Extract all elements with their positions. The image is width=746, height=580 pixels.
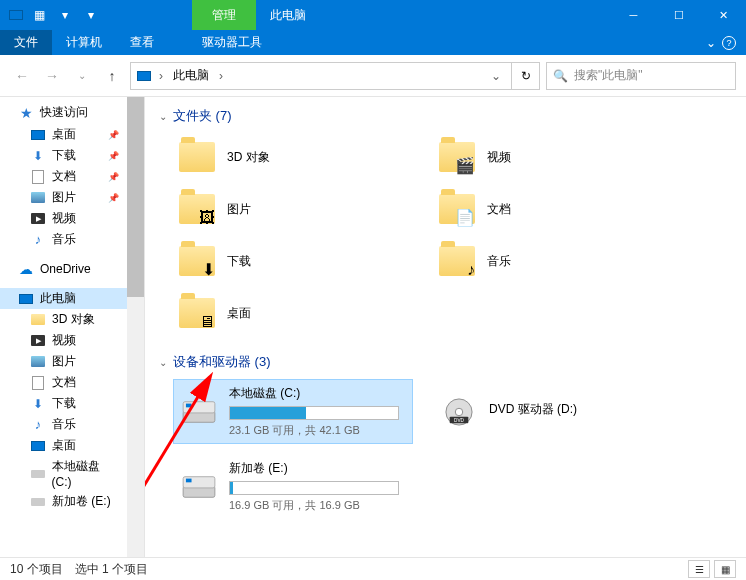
sidebar-this-pc-label: 此电脑 xyxy=(40,290,76,307)
app-icon xyxy=(8,8,24,22)
folder-icon: 🖼 xyxy=(177,189,217,229)
ribbon-tab-view[interactable]: 查看 xyxy=(116,30,168,55)
section-folders[interactable]: ⌄ 文件夹 (7) xyxy=(159,107,732,125)
drive-item[interactable]: 新加卷 (E:)16.9 GB 可用，共 16.9 GB xyxy=(173,454,413,519)
sidebar-item[interactable]: ⬇下载 xyxy=(0,145,127,166)
folder-item[interactable]: 🖥桌面 xyxy=(173,289,413,337)
drive-item[interactable]: 本地磁盘 (C:)23.1 GB 可用，共 42.1 GB xyxy=(173,379,413,444)
status-item-count: 10 个项目 xyxy=(10,561,63,578)
folder-item[interactable]: 3D 对象 xyxy=(173,133,413,181)
drive-usage-bar xyxy=(229,406,399,420)
sidebar-item-label: 图片 xyxy=(52,189,76,206)
sidebar-quick-access[interactable]: ★ 快速访问 xyxy=(0,101,127,124)
ribbon-tab-computer[interactable]: 计算机 xyxy=(52,30,116,55)
sidebar-scroll-thumb[interactable] xyxy=(127,97,144,297)
nav-up-button[interactable]: ↑ xyxy=(100,64,124,88)
sidebar-item[interactable]: ⬇下载 xyxy=(0,393,127,414)
drive-item[interactable]: DVDDVD 驱动器 (D:) xyxy=(433,379,673,444)
sidebar-scrollbar[interactable] xyxy=(127,97,144,557)
folder-label: 视频 xyxy=(487,149,511,166)
folder-icon xyxy=(30,312,46,328)
sidebar-onedrive[interactable]: ☁ OneDrive xyxy=(0,258,127,280)
folder-label: 3D 对象 xyxy=(227,149,270,166)
breadcrumb-this-pc[interactable]: 此电脑 xyxy=(169,67,213,84)
sidebar-item[interactable]: ♪音乐 xyxy=(0,414,127,435)
star-icon: ★ xyxy=(18,105,34,121)
sidebar-item[interactable]: 桌面 xyxy=(0,435,127,456)
refresh-button[interactable]: ↻ xyxy=(512,62,540,90)
drive-usage-bar xyxy=(229,481,399,495)
qat-properties-icon[interactable]: ▦ xyxy=(28,4,50,26)
section-drives[interactable]: ⌄ 设备和驱动器 (3) xyxy=(159,353,732,371)
address-icon xyxy=(135,67,153,85)
folder-item[interactable]: 📄文档 xyxy=(433,185,673,233)
status-selected-count: 选中 1 个项目 xyxy=(75,561,148,578)
context-tab-manage: 管理 xyxy=(192,0,256,30)
svg-text:DVD: DVD xyxy=(454,418,464,423)
sidebar-item[interactable]: 图片 xyxy=(0,351,127,372)
nav-forward-button[interactable]: → xyxy=(40,64,64,88)
folder-label: 文档 xyxy=(487,201,511,218)
sidebar-item[interactable]: 桌面 xyxy=(0,124,127,145)
ribbon-tab-drive-tools[interactable]: 驱动器工具 xyxy=(188,30,276,55)
search-placeholder: 搜索"此电脑" xyxy=(574,67,643,84)
sidebar-item-label: 下载 xyxy=(52,395,76,412)
nav-back-button[interactable]: ← xyxy=(10,64,34,88)
folder-item[interactable]: 🖼图片 xyxy=(173,185,413,233)
sidebar-item[interactable]: 文档 xyxy=(0,372,127,393)
navigation-pane: ★ 快速访问 桌面⬇下载文档图片▶视频♪音乐 ☁ OneDrive 此电脑 3D… xyxy=(0,97,145,557)
svg-rect-9 xyxy=(186,478,192,482)
sidebar-item-label: 音乐 xyxy=(52,231,76,248)
sidebar-item[interactable]: 本地磁盘 (C:) xyxy=(0,456,127,491)
nav-recent-button[interactable]: ⌄ xyxy=(70,64,94,88)
sidebar-item[interactable]: ♪音乐 xyxy=(0,229,127,250)
sidebar-item-label: 新加卷 (E:) xyxy=(52,493,111,510)
drive-icon xyxy=(179,396,219,428)
qat-new-folder-icon[interactable]: ▾ xyxy=(54,4,76,26)
svg-point-4 xyxy=(455,408,462,415)
sidebar-item-label: 本地磁盘 (C:) xyxy=(52,458,121,489)
search-input[interactable]: 🔍 搜索"此电脑" xyxy=(546,62,736,90)
maximize-button[interactable]: ☐ xyxy=(656,0,701,30)
sidebar-this-pc[interactable]: 此电脑 xyxy=(0,288,127,309)
window-title: 此电脑 xyxy=(256,0,611,30)
breadcrumb-sep-icon[interactable]: › xyxy=(219,69,223,83)
breadcrumb-sep-icon[interactable]: › xyxy=(159,69,163,83)
sidebar-item[interactable]: 3D 对象 xyxy=(0,309,127,330)
minimize-button[interactable]: ─ xyxy=(611,0,656,30)
drive-icon xyxy=(30,494,46,510)
folder-item[interactable]: 🎬视频 xyxy=(433,133,673,181)
music-icon: ♪ xyxy=(30,417,46,433)
desktop-icon xyxy=(30,438,46,454)
folder-label: 下载 xyxy=(227,253,251,270)
drive-usage-text: 23.1 GB 可用，共 42.1 GB xyxy=(229,423,407,438)
sidebar-item[interactable]: ▶视频 xyxy=(0,208,127,229)
ribbon-tab-file[interactable]: 文件 xyxy=(0,30,52,55)
view-details-button[interactable]: ☰ xyxy=(688,560,710,578)
sidebar-item[interactable]: 新加卷 (E:) xyxy=(0,491,127,512)
sidebar-item[interactable]: 文档 xyxy=(0,166,127,187)
folder-icon: ⬇ xyxy=(177,241,217,281)
ribbon-help-icon[interactable]: ? xyxy=(722,36,736,50)
folder-icon xyxy=(177,137,217,177)
section-folders-label: 文件夹 (7) xyxy=(173,107,232,125)
sidebar-item[interactable]: ▶视频 xyxy=(0,330,127,351)
vid-icon: ▶ xyxy=(30,211,46,227)
vid-icon: ▶ xyxy=(30,333,46,349)
address-bar[interactable]: › 此电脑 › ⌄ xyxy=(130,62,512,90)
address-dropdown-icon[interactable]: ⌄ xyxy=(485,69,507,83)
sidebar-onedrive-label: OneDrive xyxy=(40,262,91,276)
view-tiles-button[interactable]: ▦ xyxy=(714,560,736,578)
sidebar-item-label: 图片 xyxy=(52,353,76,370)
sidebar-item[interactable]: 图片 xyxy=(0,187,127,208)
close-button[interactable]: ✕ xyxy=(701,0,746,30)
download-icon: ⬇ xyxy=(30,396,46,412)
drive-usage-text: 16.9 GB 可用，共 16.9 GB xyxy=(229,498,407,513)
folder-item[interactable]: ♪音乐 xyxy=(433,237,673,285)
download-icon: ⬇ xyxy=(30,148,46,164)
qat-customize-icon[interactable]: ▾ xyxy=(80,4,102,26)
titlebar: ▦ ▾ ▾ 管理 此电脑 ─ ☐ ✕ xyxy=(0,0,746,30)
folder-item[interactable]: ⬇下载 xyxy=(173,237,413,285)
ribbon-expand-icon[interactable]: ⌄ xyxy=(706,36,716,50)
doc-icon xyxy=(30,375,46,391)
